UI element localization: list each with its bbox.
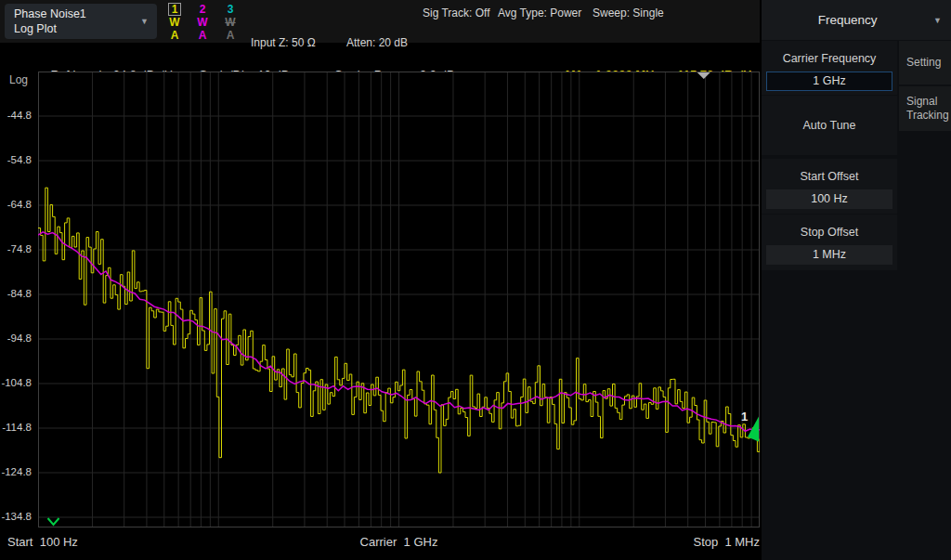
- marker-1-label: 1: [741, 410, 748, 423]
- tab-setting-label: Setting: [906, 56, 941, 70]
- input-impedance: Input Z: 50 Ω: [251, 35, 332, 50]
- measurement-selector-dropdown[interactable]: Phase Noise1 Log Plot ▼: [5, 4, 157, 39]
- menu-title: Frequency: [762, 13, 933, 27]
- carrier-frequency-value[interactable]: 1 GHz: [766, 72, 892, 91]
- menu-header-dropdown[interactable]: Frequency ▼: [762, 0, 951, 40]
- y-axis-tick-label: -84.8: [0, 288, 32, 299]
- y-axis-tick-label: -114.8: [0, 422, 32, 433]
- auto-tune-label: Auto Tune: [803, 119, 856, 132]
- trace-1-number: 1: [168, 3, 182, 16]
- chevron-down-icon: ▼: [933, 16, 951, 25]
- tab-signal-tracking[interactable]: Signal Tracking: [899, 86, 951, 131]
- tab-signal-tracking-label: Signal Tracking: [906, 95, 951, 123]
- trace-3-number: 3: [221, 3, 240, 16]
- tab-setting[interactable]: Setting: [899, 41, 951, 85]
- y-axis-tick-label: -64.8: [0, 199, 32, 210]
- measurement-selector-label: Phase Noise1 Log Plot: [5, 7, 140, 37]
- attenuation: Atten: 20 dB: [346, 35, 408, 50]
- trace-3-write-mode: W: [221, 16, 240, 29]
- menu-tabs: Setting Signal Tracking: [899, 41, 951, 133]
- trace-1-write-mode: W: [165, 16, 184, 29]
- bottom-chevron-indicator-icon: [48, 518, 59, 525]
- side-menu-panel: Frequency ▼ Carrier Frequency 1 GHz Auto…: [762, 0, 951, 560]
- top-status-bar: Phase Noise1 Log Plot ▼ 1 W A 2 W A 3 W …: [0, 0, 760, 43]
- trace-3-status[interactable]: 3 W A: [221, 3, 240, 42]
- y-axis-tick-label: -94.8: [0, 332, 32, 344]
- trace-2-write-mode: W: [193, 16, 212, 29]
- carrier-frequency-label: Carrier Frequency: [762, 41, 897, 65]
- trace-3-average-mode: A: [221, 29, 240, 42]
- trace-2-number: 2: [193, 3, 212, 16]
- carrier-frequency-button[interactable]: Carrier Frequency 1 GHz: [762, 41, 897, 95]
- trace-2-average-mode: A: [193, 29, 212, 42]
- start-offset-value[interactable]: 100 Hz: [766, 189, 892, 209]
- phase-noise-plot[interactable]: 1: [38, 72, 760, 527]
- y-axis-tick-label: -54.8: [0, 154, 32, 165]
- chevron-down-icon: ▼: [140, 17, 157, 26]
- sig-track-readout: Sig Track: Off: [423, 6, 489, 20]
- sweep-mode-readout: Sweep: Single: [593, 6, 664, 20]
- top-triangle-indicator-icon: [697, 72, 710, 79]
- stop-offset-label: Stop Offset: [762, 215, 897, 239]
- x-axis-carrier-label: Carrier 1 GHz: [38, 535, 760, 549]
- start-offset-button[interactable]: Start Offset 100 Hz: [762, 159, 897, 214]
- stop-offset-value[interactable]: 1 MHz: [766, 245, 892, 265]
- trace-status-block: 1 W A 2 W A 3 W A: [165, 3, 240, 42]
- start-offset-label: Start Offset: [762, 159, 897, 183]
- y-axis-tick-label: -74.8: [0, 243, 32, 254]
- trace-1-status[interactable]: 1 W A: [165, 3, 184, 42]
- y-axis-labels: -44.8-54.8-64.8-74.8-84.8-94.8-104.8-114…: [0, 72, 34, 527]
- analyzer-screen: Phase Noise1 Log Plot ▼ 1 W A 2 W A 3 W …: [0, 0, 951, 560]
- y-axis-tick-label: -134.8: [0, 511, 32, 522]
- x-axis-stop-label: Stop 1 MHz: [693, 535, 760, 549]
- menu-buttons: Carrier Frequency 1 GHz Auto Tune Start …: [762, 41, 897, 271]
- y-axis-tick-label: -104.8: [0, 377, 32, 388]
- avg-type-readout: Avg Type: Power: [498, 6, 581, 20]
- auto-tune-button[interactable]: Auto Tune: [762, 96, 897, 155]
- trace-2-status[interactable]: 2 W A: [193, 3, 212, 42]
- y-axis-tick-label: -44.8: [0, 110, 32, 121]
- measurement-view: Log Plot: [14, 21, 140, 36]
- y-axis-tick-label: -124.8: [0, 466, 32, 477]
- trace-1-average-mode: A: [165, 29, 184, 42]
- measurement-name: Phase Noise1: [14, 7, 140, 21]
- stop-offset-button[interactable]: Stop Offset 1 MHz: [762, 215, 897, 270]
